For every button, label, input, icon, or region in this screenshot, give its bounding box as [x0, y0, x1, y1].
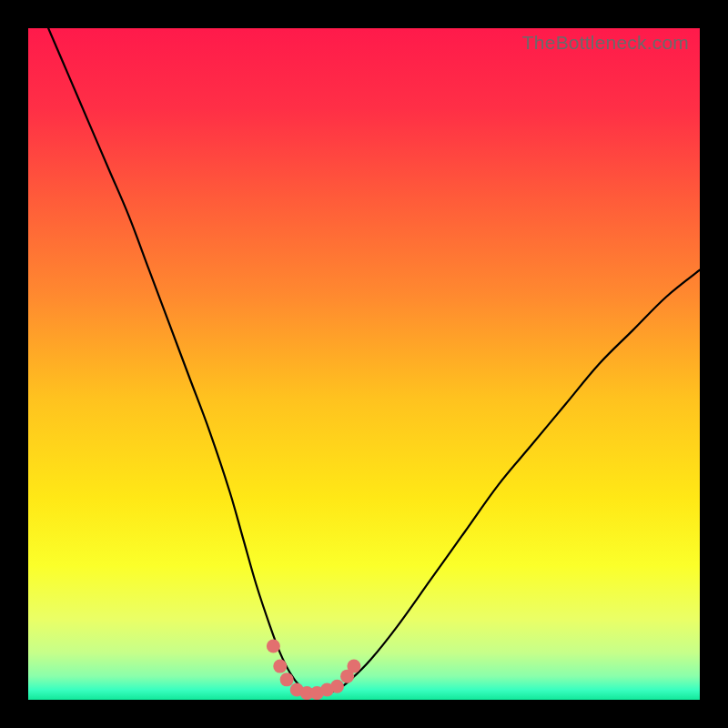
curve-layer — [28, 28, 700, 700]
bottleneck-curve — [48, 28, 700, 693]
highlight-dot — [330, 680, 344, 693]
highlight-dot — [347, 660, 360, 673]
highlight-dots — [267, 639, 361, 700]
chart-frame: TheBottleneck.com — [0, 0, 728, 728]
plot-area: TheBottleneck.com — [28, 28, 700, 700]
highlight-dot — [280, 672, 294, 686]
highlight-dot — [267, 639, 280, 652]
watermark-text: TheBottleneck.com — [522, 32, 689, 54]
highlight-dot — [273, 660, 287, 673]
